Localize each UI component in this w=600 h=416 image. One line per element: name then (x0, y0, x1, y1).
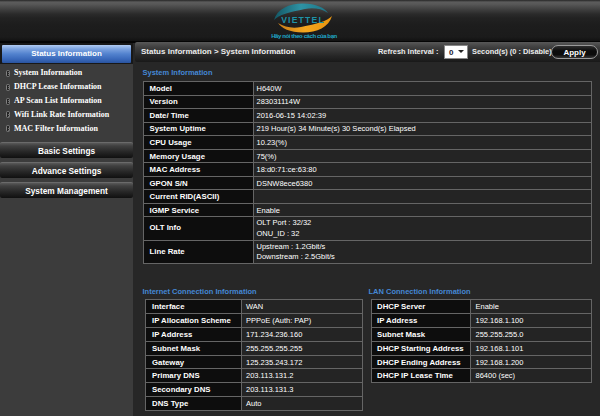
svg-text:VIETTEL: VIETTEL (281, 15, 325, 25)
